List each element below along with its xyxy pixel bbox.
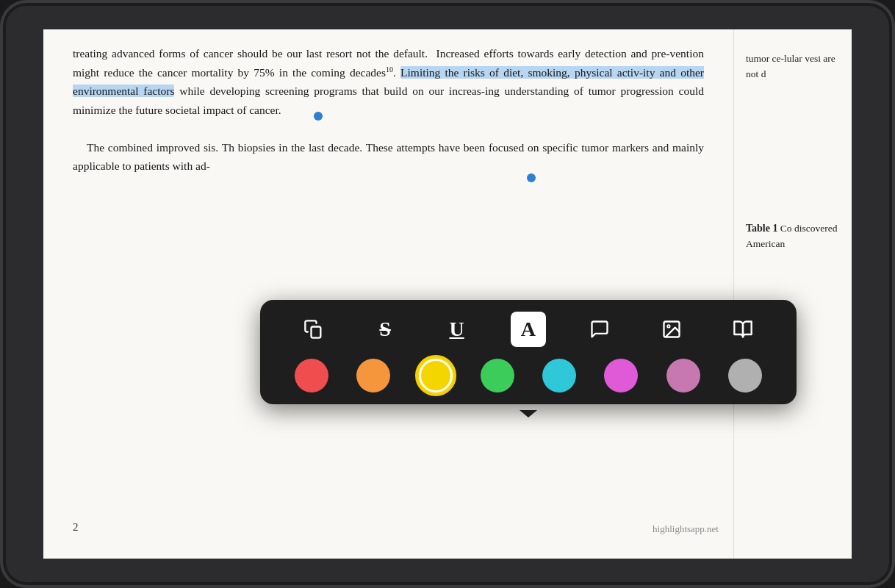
color-pink[interactable] [604, 359, 638, 392]
annotation-toolbar: S U A [260, 300, 797, 404]
american-text: American [746, 238, 785, 249]
page-right: tumor ce-lular vesi are not d Table 1 Co… [734, 29, 852, 559]
underline-icon: U [449, 312, 464, 346]
image-icon [661, 319, 682, 340]
color-picker-row [278, 359, 779, 392]
font-button[interactable]: A [511, 312, 546, 347]
strikethrough-icon: S [379, 312, 391, 346]
color-mauve[interactable] [666, 359, 700, 392]
underline-button[interactable]: U [439, 312, 475, 347]
svg-rect-0 [311, 327, 320, 338]
image-button[interactable] [654, 312, 689, 347]
book-button[interactable] [725, 312, 761, 347]
toolbar-icons-row: S U A [278, 312, 779, 347]
svg-point-2 [667, 325, 670, 328]
text-block: treating advanced forms of cancer should… [73, 44, 704, 176]
tablet-frame: treating advanced forms of cancer should… [0, 0, 895, 588]
font-icon: A [521, 312, 536, 346]
color-gray[interactable] [728, 359, 762, 392]
color-green[interactable] [481, 359, 514, 392]
color-cyan[interactable] [542, 359, 576, 392]
para2-text: The combined improved sis. Th biopsies i… [73, 141, 704, 173]
selection-handle-end[interactable] [527, 173, 536, 182]
right-sidebar-content: tumor ce-lular vesi are not d Table 1 Co… [746, 44, 840, 252]
watermark: highlightsapp.net [653, 521, 719, 537]
table-label: Table 1 [746, 223, 777, 234]
comment-icon [589, 319, 610, 340]
screen: treating advanced forms of cancer should… [43, 29, 852, 559]
color-yellow[interactable] [419, 359, 453, 392]
copy-icon [303, 319, 324, 340]
book-icon [733, 319, 753, 340]
table-text: Co discovered [780, 223, 838, 234]
page-left: treating advanced forms of cancer should… [43, 29, 734, 559]
page-number: 2 [73, 518, 79, 537]
right-text-top: tumor ce-lular vesi are not d [746, 53, 835, 79]
selection-handle-start[interactable] [314, 112, 323, 121]
copy-button[interactable] [296, 312, 331, 347]
strikethrough-button[interactable]: S [367, 312, 403, 347]
color-orange[interactable] [356, 359, 390, 392]
comment-button[interactable] [582, 312, 617, 347]
color-red[interactable] [295, 359, 328, 392]
